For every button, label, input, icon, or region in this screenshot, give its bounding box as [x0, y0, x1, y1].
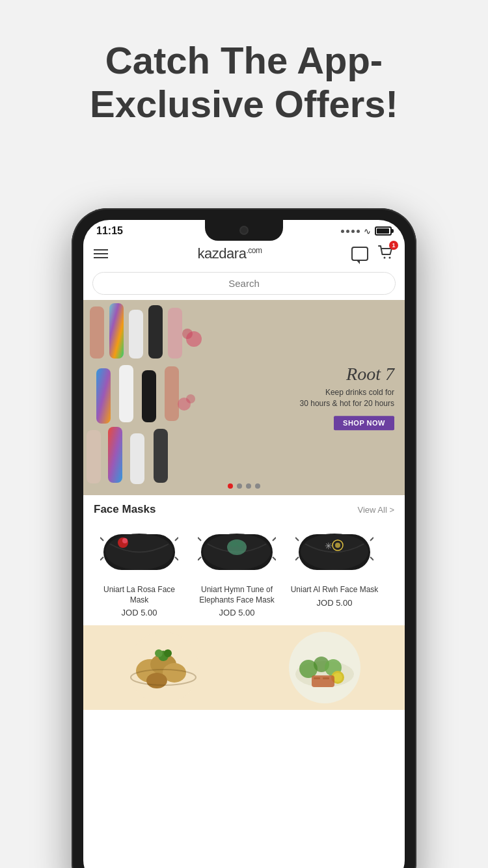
svg-line-34 [273, 537, 276, 541]
header-actions: 1 [351, 245, 394, 263]
svg-rect-2 [90, 306, 104, 359]
svg-point-16 [182, 329, 193, 339]
svg-line-43 [370, 537, 373, 541]
battery-icon [375, 226, 392, 236]
svg-line-42 [295, 557, 299, 560]
svg-rect-66 [314, 677, 320, 679]
banner-dot-3[interactable] [246, 483, 251, 489]
svg-rect-3 [109, 303, 124, 359]
svg-point-56 [164, 649, 172, 657]
status-time: 11:15 [96, 225, 123, 237]
svg-rect-65 [312, 675, 334, 687]
promo-banner[interactable]: Root 7 Keep drinks cold for 30 hours & h… [83, 300, 405, 495]
wifi-icon: ∿ [364, 226, 371, 236]
svg-point-1 [388, 257, 390, 259]
product-name-2: Uniart Hymn Tune of Elephants Face Mask [191, 585, 282, 605]
chat-icon[interactable] [351, 247, 368, 261]
shop-now-button[interactable]: SHOP NOW [334, 416, 394, 430]
cart-container[interactable]: 1 [377, 245, 394, 263]
svg-rect-5 [148, 305, 163, 359]
page-background: Catch The App- Exclusive Offers! 11:15 [0, 0, 488, 868]
svg-line-25 [175, 537, 178, 541]
page-header: Catch The App- Exclusive Offers! [0, 0, 488, 145]
cart-badge: 1 [389, 241, 398, 250]
phone-shell: 11:15 ∿ [72, 208, 416, 868]
banner-dot-4[interactable] [255, 483, 260, 489]
product-price-2: JOD 5.00 [191, 608, 282, 617]
svg-point-53 [146, 673, 167, 688]
svg-point-29 [227, 539, 247, 555]
phone-notch [205, 220, 283, 241]
notch-camera [239, 226, 249, 235]
search-input[interactable] [103, 278, 385, 289]
product-name-1: Uniart La Rosa Face Mask [94, 585, 185, 605]
product-price-3: JOD 5.00 [289, 598, 380, 608]
svg-point-18 [186, 394, 195, 403]
svg-text:✳: ✳ [325, 541, 332, 551]
search-bar[interactable] [92, 272, 396, 295]
svg-line-44 [370, 557, 373, 560]
svg-rect-7 [96, 368, 111, 424]
logo-text: kazdara.com [198, 245, 262, 262]
svg-point-39 [335, 543, 340, 548]
svg-rect-14 [154, 429, 168, 483]
svg-rect-10 [165, 366, 179, 421]
phone-screen: 11:15 ∿ [83, 220, 405, 868]
svg-rect-11 [87, 430, 101, 483]
view-all-link[interactable]: View All > [358, 505, 395, 515]
svg-rect-4 [129, 310, 143, 359]
product-name-3: Uniart Al Rwh Face Mask [289, 585, 380, 595]
svg-rect-67 [323, 677, 329, 679]
banner-dot-2[interactable] [237, 483, 242, 489]
svg-line-24 [100, 557, 103, 560]
signal-icon [341, 230, 360, 233]
banner-dots [228, 483, 260, 489]
face-mask-svg-1 [100, 524, 178, 576]
product-image-1 [97, 521, 182, 580]
app-header: kazdara.com 1 [83, 239, 405, 268]
svg-line-41 [295, 537, 299, 541]
products-row: Uniart La Rosa Face Mask JOD 5.00 [83, 521, 405, 625]
svg-rect-6 [168, 308, 182, 359]
food-svg-1 [121, 629, 206, 707]
svg-line-23 [100, 537, 103, 541]
food-item-1 [83, 625, 243, 710]
product-image-3: ✳ [292, 521, 377, 580]
svg-point-31 [237, 541, 243, 547]
svg-line-26 [175, 557, 178, 560]
food-item-2 [245, 625, 405, 710]
svg-point-22 [122, 538, 128, 543]
banner-text: Root 7 Keep drinks cold for 30 hours & h… [300, 365, 394, 430]
face-mask-svg-2 [198, 524, 276, 576]
status-icons: ∿ [341, 226, 392, 236]
svg-rect-9 [142, 370, 156, 422]
food-svg-2 [282, 629, 367, 707]
product-card-3[interactable]: ✳ Uniart Al Rwh Face Mask JOD 5.00 [289, 521, 380, 617]
svg-point-0 [383, 257, 385, 259]
svg-point-55 [155, 649, 163, 657]
logo: kazdara.com [198, 245, 262, 262]
product-image-4 [386, 521, 405, 580]
svg-line-33 [198, 557, 201, 560]
svg-line-35 [273, 557, 276, 560]
product-price-1: JOD 5.00 [94, 608, 185, 617]
banner-dot-1[interactable] [228, 483, 233, 489]
product-card-4[interactable] [386, 521, 405, 617]
face-mask-svg-3: ✳ [295, 524, 373, 576]
banner-brand: Root 7 [300, 365, 394, 383]
hamburger-menu-button[interactable] [94, 249, 108, 258]
phone-mockup: 11:15 ∿ [72, 208, 416, 868]
svg-line-32 [198, 537, 201, 541]
product-image-2 [195, 521, 279, 580]
face-masks-title: Face Masks [94, 503, 156, 516]
svg-point-64 [333, 673, 342, 682]
page-headline: Catch The App- Exclusive Offers! [26, 39, 462, 126]
face-masks-section-header: Face Masks View All > [83, 495, 405, 521]
svg-rect-8 [119, 365, 133, 422]
product-card-1[interactable]: Uniart La Rosa Face Mask JOD 5.00 [94, 521, 185, 617]
svg-point-30 [230, 541, 237, 547]
svg-rect-13 [130, 433, 144, 484]
product-card-2[interactable]: Uniart Hymn Tune of Elephants Face Mask … [191, 521, 282, 617]
banner-description: Keep drinks cold for 30 hours & hot for … [300, 387, 394, 409]
food-banner[interactable] [83, 625, 405, 710]
